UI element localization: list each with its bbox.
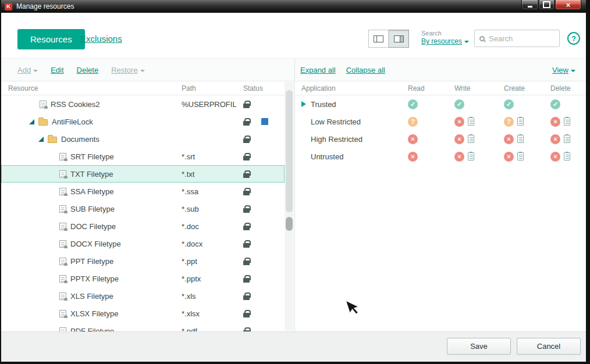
- log-icon[interactable]: [564, 117, 570, 126]
- maximize-button[interactable]: [539, 0, 555, 10]
- table-row-selected[interactable]: TXT Filetype *.txt: [1, 165, 285, 183]
- table-row[interactable]: Documents: [1, 130, 285, 148]
- table-row[interactable]: AntiFileLock: [1, 113, 285, 130]
- allow-icon[interactable]: ✓: [454, 99, 464, 109]
- collapse-triangle-icon[interactable]: [29, 119, 34, 124]
- applications-panel: Application Read Write Create Delete Tru…: [296, 81, 586, 331]
- restore-button[interactable]: Restore: [111, 66, 145, 74]
- help-button[interactable]: ?: [567, 32, 580, 45]
- application-name: Untrusted: [311, 152, 343, 161]
- manage-resources-window: Manage resources Resources Exclusions Se…: [1, 0, 586, 362]
- log-icon[interactable]: [517, 135, 524, 143]
- resource-file-icon: [59, 153, 66, 160]
- table-row[interactable]: RSS Cookies2 %USERPROFIL...: [1, 95, 285, 113]
- header: Resources Exclusions Search By resources…: [1, 13, 586, 58]
- table-row[interactable]: Untrusted × × × ×: [296, 148, 586, 165]
- footer: Save Cancel: [1, 331, 586, 362]
- lock-icon: [243, 138, 250, 143]
- search-icon: [479, 36, 485, 41]
- block-icon[interactable]: ×: [504, 134, 514, 144]
- tab-resources[interactable]: Resources: [17, 29, 85, 49]
- resource-path: *.ppt: [175, 257, 236, 266]
- expand-all-button[interactable]: Expand all: [300, 66, 336, 74]
- close-button[interactable]: [555, 0, 581, 10]
- search-caption: Search By resources: [421, 29, 469, 45]
- search-caption-label: Search: [421, 29, 469, 37]
- single-pane-icon: [374, 35, 383, 42]
- log-icon[interactable]: [468, 135, 474, 143]
- block-icon[interactable]: ×: [454, 152, 464, 162]
- table-row[interactable]: Low Restricted ? × ? ×: [296, 113, 586, 130]
- resource-name: XLS Filetype: [70, 292, 113, 301]
- toolbar: Add Edit Delete Restore Expand all Colla…: [1, 58, 586, 81]
- table-row[interactable]: SRT Filetype *.srt: [1, 148, 285, 165]
- collapse-triangle-icon[interactable]: [38, 137, 44, 142]
- log-icon[interactable]: [564, 152, 570, 160]
- vertical-scrollbar[interactable]: [285, 82, 294, 331]
- block-icon[interactable]: ×: [504, 152, 514, 162]
- log-icon[interactable]: [468, 152, 474, 160]
- table-row[interactable]: Trusted ✓ ✓ ✓ ✓: [296, 95, 586, 113]
- block-icon[interactable]: ×: [550, 134, 560, 144]
- scrollbar-thumb[interactable]: [286, 90, 293, 212]
- delete-button[interactable]: Delete: [77, 66, 99, 74]
- table-row[interactable]: SSA Filetype *.ssa: [1, 183, 285, 200]
- collapse-all-button[interactable]: Collapse all: [346, 66, 385, 74]
- resource-path: *.pptx: [175, 274, 236, 283]
- chevron-down-icon: [140, 70, 145, 72]
- table-row[interactable]: DOCX Filetype *.docx: [1, 235, 285, 252]
- chevron-down-icon: [464, 41, 469, 43]
- applications-table-header: Application Read Write Create Delete: [296, 81, 586, 95]
- resource-file-icon: [59, 275, 66, 283]
- resource-name: XLSX Filetype: [70, 309, 118, 318]
- block-icon[interactable]: ×: [550, 152, 560, 162]
- table-row[interactable]: High Restricted × × × ×: [296, 130, 586, 148]
- block-icon[interactable]: ×: [550, 117, 560, 127]
- block-icon[interactable]: ×: [454, 117, 464, 127]
- resource-file-icon: [59, 292, 66, 300]
- prompt-icon[interactable]: ?: [504, 117, 514, 127]
- resource-name: DOCX Filetype: [70, 240, 121, 248]
- resource-path: *.pdf: [175, 327, 236, 332]
- resource-path: *.sub: [175, 205, 236, 213]
- log-icon[interactable]: [517, 152, 524, 160]
- search-input[interactable]: [489, 34, 555, 43]
- allow-icon[interactable]: ✓: [504, 99, 514, 109]
- table-row[interactable]: DOC Filetype *.doc: [1, 217, 285, 235]
- log-icon[interactable]: [564, 135, 570, 143]
- table-row[interactable]: PPT Filetype *.ppt: [1, 252, 285, 270]
- table-row[interactable]: PPTX Filetype *.pptx: [1, 270, 285, 287]
- search-mode-dropdown[interactable]: By resources: [421, 37, 469, 45]
- tab-exclusions[interactable]: Exclusions: [80, 34, 122, 44]
- table-row[interactable]: PDF Filetype *.pdf: [1, 322, 285, 331]
- resource-name: AntiFileLock: [52, 117, 93, 126]
- toolbar-right: Expand all Collapse all: [300, 66, 385, 74]
- view-dropdown[interactable]: View: [552, 66, 575, 74]
- log-icon[interactable]: [468, 117, 474, 126]
- block-icon[interactable]: ×: [454, 134, 464, 144]
- allow-icon[interactable]: ✓: [550, 99, 560, 109]
- add-button[interactable]: Add: [17, 66, 38, 74]
- resource-file-icon: [59, 258, 66, 265]
- resource-name: SRT Filetype: [70, 152, 114, 161]
- single-pane-view-button[interactable]: [368, 30, 389, 48]
- edit-button[interactable]: Edit: [51, 66, 63, 74]
- log-icon[interactable]: [517, 117, 524, 126]
- allow-icon[interactable]: ✓: [408, 99, 418, 109]
- prompt-icon[interactable]: ?: [408, 117, 418, 127]
- block-icon[interactable]: ×: [408, 152, 418, 162]
- table-row[interactable]: XLS Filetype *.xls: [1, 287, 285, 305]
- minimize-button[interactable]: [521, 0, 538, 10]
- cancel-button[interactable]: Cancel: [517, 338, 581, 355]
- block-icon[interactable]: ×: [408, 134, 418, 144]
- table-row[interactable]: XLSX Filetype *.xlsx: [1, 305, 285, 322]
- expand-triangle-icon[interactable]: [301, 101, 306, 107]
- split-pane-view-button[interactable]: [389, 30, 409, 48]
- resources-panel: Resource Path Status RSS Cookies2 %USERP…: [1, 81, 285, 331]
- scrollbar-marker[interactable]: [286, 217, 293, 231]
- resource-file-icon: [40, 101, 47, 108]
- resource-path: *.txt: [175, 170, 236, 179]
- save-button[interactable]: Save: [447, 338, 511, 355]
- column-read: Read: [405, 84, 452, 92]
- table-row[interactable]: SUB Filetype *.sub: [1, 200, 285, 217]
